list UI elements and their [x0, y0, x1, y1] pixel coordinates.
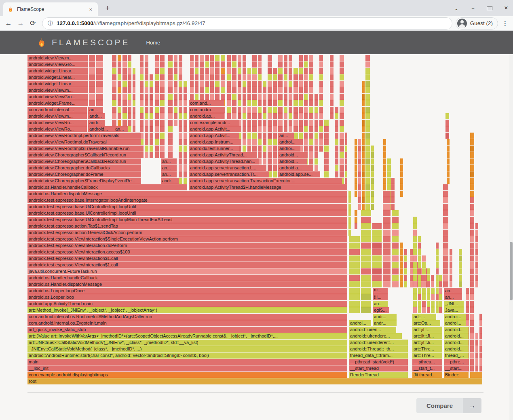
frame-fragment[interactable] — [210, 81, 214, 87]
frame-fragment[interactable] — [184, 133, 187, 139]
frame[interactable]: android.app.servertransaction.Tr... — [189, 171, 269, 177]
frame-fragment[interactable] — [362, 133, 365, 139]
frame-fragment[interactable] — [168, 152, 173, 158]
frame-fragment[interactable] — [140, 61, 144, 68]
frame-fragment[interactable] — [418, 281, 421, 287]
frame-fragment[interactable] — [330, 94, 334, 100]
frame-fragment[interactable] — [273, 100, 277, 106]
frame-fragment[interactable] — [96, 100, 103, 106]
frame[interactable]: android.app.Activit... — [189, 133, 239, 139]
frame-fragment[interactable] — [362, 158, 365, 165]
frame-fragment[interactable] — [112, 94, 116, 100]
url-text[interactable]: 127.0.0.1:5000/#/flamegraph/perf/display… — [57, 20, 205, 26]
frame-fragment[interactable] — [362, 146, 365, 152]
frame-fragment[interactable] — [447, 146, 450, 152]
frame-fragment[interactable] — [160, 81, 165, 87]
frame-fragment[interactable] — [268, 107, 272, 113]
frame-fragment[interactable] — [355, 158, 357, 165]
frame-fragment[interactable] — [358, 158, 361, 165]
frame-fragment[interactable] — [340, 133, 344, 139]
frame[interactable]: android.view.Choreographer$CallbackRecor… — [27, 158, 141, 165]
frame-fragment[interactable] — [155, 55, 159, 61]
frame-fragment[interactable] — [470, 133, 474, 139]
frame-fragment[interactable] — [293, 126, 298, 132]
forward-icon[interactable]: → — [15, 17, 27, 30]
frame-fragment[interactable] — [252, 139, 257, 145]
frame-fragment[interactable] — [324, 126, 329, 132]
frame-fragment[interactable] — [470, 210, 474, 216]
frame[interactable]: android... — [444, 346, 469, 352]
frame-fragment[interactable] — [361, 217, 371, 223]
frame-fragment[interactable] — [150, 81, 153, 87]
frame-fragment[interactable] — [413, 217, 417, 223]
frame-fragment[interactable] — [289, 107, 292, 113]
frame-fragment[interactable] — [362, 120, 365, 126]
frame-fragment[interactable] — [383, 223, 391, 229]
frame-fragment[interactable] — [348, 210, 351, 216]
frame-fragment[interactable] — [145, 126, 148, 132]
frame-fragment[interactable] — [140, 68, 144, 74]
frame-fragment[interactable] — [112, 113, 116, 119]
frame-fragment[interactable] — [210, 55, 214, 61]
frame-fragment[interactable] — [145, 87, 148, 93]
frame-fragment[interactable] — [475, 249, 478, 255]
frame-fragment[interactable] — [392, 217, 399, 223]
frame-fragment[interactable] — [361, 249, 371, 255]
frame-fragment[interactable] — [358, 152, 361, 158]
frame-fragment[interactable] — [340, 146, 344, 152]
frame-fragment[interactable] — [335, 146, 338, 152]
frame-fragment[interactable] — [362, 113, 365, 119]
frame-fragment[interactable] — [413, 268, 417, 274]
frame[interactable]: eglS... — [373, 307, 389, 313]
frame-fragment[interactable] — [361, 294, 371, 300]
frame-fragment[interactable] — [278, 68, 283, 74]
frame-fragment[interactable] — [273, 74, 277, 80]
frame-fragment[interactable] — [348, 217, 351, 223]
frame-fragment[interactable] — [133, 87, 135, 93]
frame-fragment[interactable] — [118, 113, 121, 119]
frame-fragment[interactable] — [284, 87, 287, 93]
frame-fragment[interactable] — [112, 55, 116, 61]
frame-fragment[interactable] — [383, 217, 391, 223]
frame-fragment[interactable] — [89, 55, 95, 61]
frame-fragment[interactable] — [150, 139, 153, 145]
frame-fragment[interactable] — [319, 139, 323, 145]
frame-fragment[interactable] — [383, 197, 391, 203]
frame[interactable]: art::... — [412, 314, 436, 320]
frame-fragment[interactable] — [362, 94, 365, 100]
frame-fragment[interactable] — [179, 126, 182, 132]
frame-fragment[interactable] — [365, 94, 370, 100]
frame-fragment[interactable] — [392, 268, 399, 274]
frame-fragment[interactable] — [340, 81, 344, 87]
frame[interactable]: android.os.Handler.handleCallback — [27, 184, 187, 190]
frame-fragment[interactable] — [330, 100, 334, 106]
frame-fragment[interactable] — [335, 165, 338, 171]
frame-fragment[interactable] — [315, 126, 318, 132]
frame-fragment[interactable] — [443, 268, 448, 274]
frame[interactable]: androidx.test.runner... — [189, 146, 239, 152]
frame-fragment[interactable] — [410, 275, 413, 281]
frame-fragment[interactable] — [174, 55, 177, 61]
frame-fragment[interactable] — [470, 365, 474, 371]
frame-fragment[interactable] — [232, 61, 236, 68]
frame-fragment[interactable] — [221, 68, 225, 74]
frame-fragment[interactable] — [443, 223, 448, 229]
frame-fragment[interactable] — [140, 120, 144, 126]
frame-fragment[interactable] — [190, 81, 194, 87]
frame-fragment[interactable] — [315, 146, 318, 152]
frame-fragment[interactable] — [470, 255, 474, 262]
frame-fragment[interactable] — [210, 68, 214, 74]
frame[interactable]: android.view.View.m... — [27, 55, 88, 61]
frame[interactable]: andr... — [88, 113, 105, 119]
frame[interactable]: android.view.ViewRo... — [27, 126, 87, 132]
frame-fragment[interactable] — [459, 275, 462, 281]
frame-fragment[interactable] — [174, 94, 177, 100]
frame-fragment[interactable] — [273, 81, 277, 87]
frame-fragment[interactable] — [140, 113, 144, 119]
frame-fragment[interactable] — [479, 346, 482, 352]
frame-fragment[interactable] — [174, 68, 177, 74]
frame-fragment[interactable] — [470, 204, 474, 210]
frame-fragment[interactable] — [184, 81, 187, 87]
frame-fragment[interactable] — [470, 158, 474, 165]
flamegraph[interactable]: android.view.View.m...android.view.ViewG… — [27, 55, 483, 385]
